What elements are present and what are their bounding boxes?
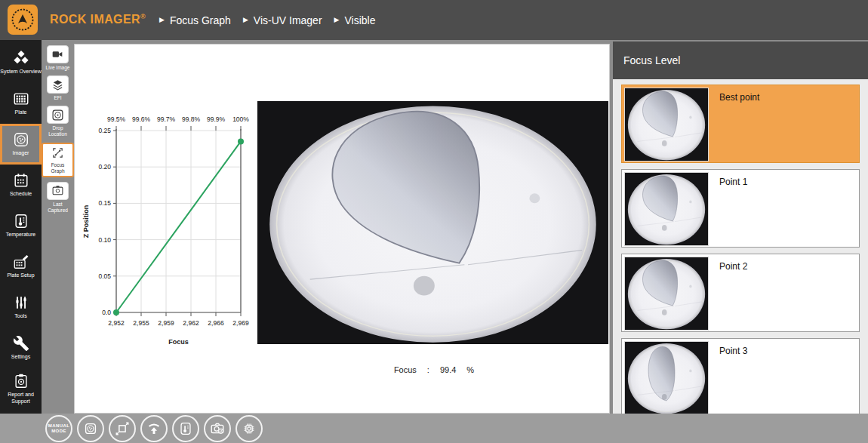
svg-text:2,955: 2,955	[133, 319, 149, 327]
strip-item-label: Last Captured	[43, 202, 73, 214]
focus-point-label: Point 2	[719, 261, 747, 329]
svg-text:0.25: 0.25	[98, 127, 111, 134]
breadcrumb-label: Visible	[345, 14, 376, 26]
breadcrumb: ▶ Focus Graph ▶ Vis-UV Imager ▶ Visible	[159, 14, 375, 26]
sliders-icon	[13, 294, 29, 311]
move-resize-icon	[114, 420, 131, 437]
svg-text:2,969: 2,969	[232, 319, 249, 327]
wrench-icon	[13, 335, 29, 352]
focus-point-card-2[interactable]: Point 2	[621, 254, 860, 332]
captured-image-icon	[51, 184, 64, 197]
sidebar-item-imager[interactable]: Imager	[0, 124, 42, 165]
focus-readout-label: Focus	[394, 365, 417, 374]
camera-refresh-icon	[209, 420, 226, 437]
sidebar-item-report-and-support[interactable]: Report and Support	[0, 368, 42, 409]
svg-text:2,966: 2,966	[208, 319, 224, 327]
focus-point-card-best[interactable]: Best point	[621, 85, 860, 163]
strip-item-label: Focus Graph	[45, 162, 70, 174]
sidebar-item-label: Schedule	[10, 191, 32, 197]
breadcrumb-arrow-icon: ▶	[159, 17, 165, 23]
focus-graph-icon	[51, 146, 64, 159]
focus-readout-value: 99.4	[440, 365, 456, 374]
focus-point-label: Best point	[719, 92, 759, 160]
capture-camera-button[interactable]	[204, 415, 231, 442]
sidebar-item-label: Plate	[15, 109, 27, 115]
sidebar-item-schedule[interactable]: Schedule	[0, 165, 42, 205]
focus-readout-unit: %	[466, 365, 474, 374]
sidebar-item-label: Temperature	[6, 232, 35, 238]
bottom-toolbar: MANUAL MODE	[0, 414, 868, 443]
breadcrumb-arrow-icon: ▶	[243, 17, 248, 23]
strip-item-drop-location[interactable]: Drop Location	[43, 106, 73, 137]
manual-mode-button[interactable]: MANUAL MODE	[45, 415, 72, 442]
specimen-image	[257, 101, 608, 344]
focus-point-thumbnail	[624, 341, 709, 414]
focus-point-thumbnail	[624, 88, 709, 162]
sidebar-item-label: Settings	[11, 354, 30, 360]
focus-level-header: Focus Level	[613, 42, 868, 79]
breadcrumb-label: Focus Graph	[170, 14, 231, 26]
breadcrumb-label: Vis-UV Imager	[254, 14, 322, 26]
focus-point-card-1[interactable]: Point 1	[621, 169, 860, 248]
manual-mode-label: MANUAL MODE	[48, 423, 69, 433]
eject-arrow-icon	[146, 420, 162, 437]
svg-text:2,959: 2,959	[158, 319, 174, 327]
sidebar-item-plate-setup[interactable]: Plate Setup	[0, 246, 42, 287]
focus-point-card-3[interactable]: Point 3	[621, 338, 860, 414]
sidebar-item-system-overview[interactable]: System Overview	[0, 42, 42, 83]
move-stage-button[interactable]	[109, 415, 136, 442]
drop-well-icon	[82, 420, 99, 437]
svg-text:0.0: 0.0	[102, 309, 111, 316]
breadcrumb-visible[interactable]: ▶ Visible	[334, 14, 376, 26]
app-logo	[8, 5, 38, 35]
rock-imager-logo-icon	[11, 8, 35, 32]
svg-text:0.05: 0.05	[98, 272, 111, 280]
sidebar-item-label: Report and Support	[0, 392, 42, 405]
layers-icon	[51, 78, 64, 91]
svg-text:0.15: 0.15	[98, 199, 111, 207]
temperature-button[interactable]	[172, 415, 199, 442]
focus-point-thumbnail	[624, 257, 709, 331]
plate-grid-icon	[13, 91, 29, 107]
strip-item-focus-graph[interactable]: Focus Graph	[42, 143, 74, 177]
chip-icon	[241, 420, 257, 437]
strip-item-last-captured[interactable]: Last Captured	[43, 182, 73, 214]
sidebar-item-settings[interactable]: Settings	[0, 328, 42, 368]
load-eject-button[interactable]	[140, 415, 168, 442]
focus-chart-svg: 99.5%2,95299.6%2,95599.7%2,95999.8%2,962…	[79, 102, 260, 362]
main-content-panel: 99.5%2,95299.6%2,95599.7%2,95999.8%2,962…	[74, 44, 610, 414]
strip-item-label: Drop Location	[43, 125, 73, 137]
rock-imager-app: ROCK IMAGER® ▶ Focus Graph ▶ Vis-UV Imag…	[0, 0, 868, 443]
thermometer-icon	[177, 420, 194, 437]
strip-item-label: EFI	[54, 95, 61, 101]
video-camera-icon	[51, 48, 64, 60]
svg-text:2,962: 2,962	[183, 319, 199, 327]
strip-item-live-image[interactable]: Live Image	[46, 45, 70, 71]
registered-mark: ®	[140, 13, 146, 20]
svg-text:99.8%: 99.8%	[182, 115, 201, 123]
svg-text:99.7%: 99.7%	[157, 115, 176, 123]
imager-well-icon	[13, 131, 29, 148]
strip-item-label: Live Image	[46, 65, 70, 71]
imager-tool-strip: Live Image EFI Drop Location	[42, 40, 74, 414]
strip-item-efi[interactable]: EFI	[47, 75, 69, 101]
sidebar-item-tools[interactable]: Tools	[0, 287, 42, 328]
breadcrumb-focus-graph[interactable]: ▶ Focus Graph	[159, 14, 231, 26]
sidebar-item-label: Plate Setup	[7, 272, 34, 278]
calendar-icon	[13, 172, 29, 189]
focus-level-panel: Focus Level Best point	[613, 42, 868, 414]
drop-imager-button[interactable]	[77, 415, 104, 442]
svg-text:99.6%: 99.6%	[132, 115, 151, 123]
svg-text:99.5%: 99.5%	[107, 115, 126, 123]
sidebar-item-label: System Overview	[0, 69, 41, 75]
sidebar-item-label: Imager	[13, 150, 29, 156]
focus-level-title: Focus Level	[623, 54, 680, 66]
svg-text:99.9%: 99.9%	[207, 115, 226, 123]
sidebar-item-plate[interactable]: Plate	[0, 83, 42, 124]
top-header-bar: ROCK IMAGER® ▶ Focus Graph ▶ Vis-UV Imag…	[0, 0, 868, 40]
brand-title: ROCK IMAGER®	[50, 13, 146, 26]
breadcrumb-vis-uv-imager[interactable]: ▶ Vis-UV Imager	[243, 14, 322, 26]
sidebar-item-temperature[interactable]: Temperature	[0, 205, 42, 246]
target-icon	[51, 109, 64, 122]
processor-button[interactable]	[235, 415, 263, 442]
